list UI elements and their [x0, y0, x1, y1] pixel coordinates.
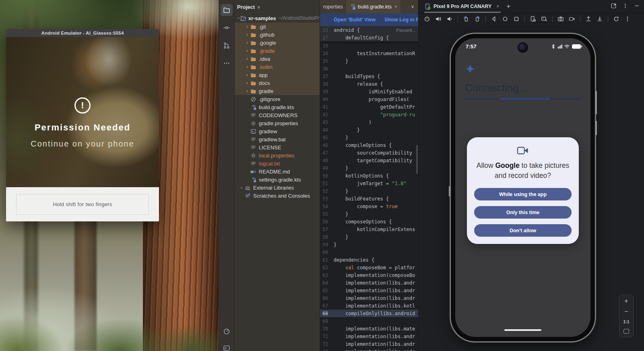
permission-button-while-using-the-app[interactable]: While using the app: [474, 188, 572, 200]
android-emulator-window[interactable]: × − Android Emulator - AI_Glasses:5554 !…: [6, 29, 159, 221]
tree-item--google[interactable]: ›.google: [235, 39, 320, 47]
tree-item--gradle[interactable]: ›.gradle: [235, 47, 320, 55]
chevron-icon[interactable]: ›: [244, 80, 250, 86]
overview-icon[interactable]: [511, 14, 522, 23]
tree-item-app[interactable]: ›app: [235, 71, 320, 79]
tree-item--github[interactable]: ›.github: [235, 31, 320, 39]
tree-item--git[interactable]: ›.git: [235, 23, 320, 31]
fit-to-window-button[interactable]: [623, 329, 629, 334]
more-v-icon[interactable]: [622, 3, 628, 10]
close-icon[interactable]: ×: [394, 4, 397, 10]
minimize-icon[interactable]: [634, 3, 640, 10]
line-number: 45: [320, 135, 334, 140]
editor-area: roperties build.gradle.kts × ∨ Open 'Bui…: [320, 0, 419, 351]
permission-button-don-t-allow[interactable]: Don't allow: [474, 224, 572, 237]
tree-item-root[interactable]: › xr-samples ~/AndroidStudioProje: [235, 14, 320, 23]
folder-icon: [250, 23, 257, 30]
line-number: 64: [320, 280, 334, 286]
text-icon: [250, 136, 257, 142]
chevron-icon[interactable]: ›: [244, 64, 250, 70]
volume-up-icon[interactable]: [433, 14, 444, 23]
screen-record-icon[interactable]: [567, 14, 577, 23]
open-build-view-link[interactable]: Open 'Build' View: [334, 17, 376, 23]
tree-item-label: app: [259, 72, 268, 78]
tree-item-external-libraries[interactable]: ›External Libraries: [235, 184, 320, 192]
tree-item-license[interactable]: LICENSE: [235, 143, 320, 151]
chevron-icon[interactable]: ›: [244, 72, 250, 78]
chevron-icon[interactable]: ›: [244, 48, 250, 54]
rotate-left-icon[interactable]: [461, 14, 471, 23]
commit-icon[interactable]: [221, 22, 233, 34]
tree-item-gradle-properties[interactable]: gradle.properties: [235, 119, 320, 127]
chevron-icon[interactable]: ›: [244, 32, 250, 37]
tree-item-label: settings.gradle.kts: [259, 177, 301, 183]
tree-item-settings-gradle-kts[interactable]: settings.gradle.kts: [235, 176, 320, 184]
tree-item--gitignore[interactable]: .gitignore: [235, 95, 320, 103]
folder-tool-icon[interactable]: [221, 4, 233, 16]
chevron-icon[interactable]: ›: [239, 185, 244, 190]
line-number: 71: [320, 334, 334, 339]
tree-item-codeowners[interactable]: CODEOWNERS: [235, 111, 320, 119]
zoom-out-button[interactable]: −: [624, 309, 628, 314]
zoom-in-button[interactable]: +: [624, 298, 628, 304]
emulator-screen[interactable]: ! Permission Needed Continue on your pho…: [6, 37, 159, 187]
power-icon[interactable]: [422, 14, 432, 23]
close-icon[interactable]: ×: [496, 4, 499, 9]
gemini-sparkle-icon: [465, 64, 475, 74]
open-in-new-icon[interactable]: [611, 3, 617, 10]
back-icon[interactable]: [489, 14, 499, 23]
code-editor[interactable]: 23android {Paused...27 defaultConfig { 3…: [320, 26, 418, 351]
zoom-ratio-button[interactable]: 1:1: [623, 319, 629, 324]
tree-item-gradlew[interactable]: gradlew: [235, 127, 320, 135]
line-number: 59: [320, 242, 334, 248]
permission-button-only-this-time[interactable]: Only this time: [474, 206, 572, 219]
navigation-pill[interactable]: [504, 329, 541, 331]
chevron-icon[interactable]: ›: [244, 24, 250, 29]
editor-scrollbar[interactable]: [416, 145, 418, 174]
chevron-icon[interactable]: ›: [236, 17, 242, 19]
tree-item-scratches-and-consoles[interactable]: Scratches and Consoles: [235, 192, 320, 200]
tab-build-gradle-kts[interactable]: build.gradle.kts ×: [346, 0, 400, 13]
tree-item-local-properties[interactable]: local.properties: [235, 151, 320, 159]
new-device-tab-button[interactable]: +: [506, 2, 510, 10]
props-icon: [250, 120, 257, 126]
tree-item-logcat-txt[interactable]: logcat.txt: [235, 159, 320, 167]
more-h-icon[interactable]: [221, 57, 233, 69]
install-icon[interactable]: [594, 14, 605, 23]
settings-phone-icon[interactable]: [528, 14, 538, 23]
tree-item-gradlew-bat[interactable]: gradlew.bat: [235, 135, 320, 143]
pull-requests-icon[interactable]: [221, 39, 233, 52]
folder-icon: [250, 39, 257, 46]
rotate-right-icon[interactable]: [472, 14, 483, 23]
more-v-icon[interactable]: [622, 14, 633, 23]
bluetooth-icon: [551, 44, 556, 49]
hidden-tabs-chevron[interactable]: ∨: [411, 0, 418, 13]
display-mode-icon[interactable]: [539, 14, 549, 23]
show-log-in-finder-link[interactable]: Show Log in Finder: [384, 17, 418, 23]
code-line-65: 65 implementation(libs.andr: [320, 287, 418, 294]
chevron-icon[interactable]: ›: [244, 56, 250, 62]
profiler-icon[interactable]: [221, 325, 233, 337]
phone-screen[interactable]: 7:57 Connecting... Allow Google to: [455, 38, 590, 337]
screenshot-icon[interactable]: [555, 14, 566, 23]
tree-item-build-gradle-kts[interactable]: build.gradle.kts: [235, 103, 320, 111]
tree-item-readme-md[interactable]: MREADME.md: [235, 167, 320, 176]
emulator-titlebar[interactable]: Android Emulator - AI_Glasses:5554: [6, 29, 159, 37]
tree-item-gradle[interactable]: ›gradle: [235, 87, 320, 95]
toolbar-divider: [524, 16, 525, 22]
volume-down-icon[interactable]: [444, 14, 455, 23]
project-panel-header[interactable]: Project ∨: [235, 0, 320, 14]
tree-item--idea[interactable]: ›.idea: [235, 55, 320, 63]
chevron-icon[interactable]: ›: [244, 88, 250, 94]
chevron-icon[interactable]: ›: [244, 40, 250, 45]
tab-pixel-9-pro[interactable]: Pixel 9 Pro API CANARY ×: [424, 0, 501, 13]
tab-gradle-properties[interactable]: roperties: [320, 0, 346, 13]
tree-item-docs[interactable]: ›docs: [235, 79, 320, 87]
tree-item--kotlin[interactable]: ›.kotlin: [235, 63, 320, 71]
tree-item-label: .git: [259, 24, 266, 30]
terminal-icon[interactable]: [221, 342, 233, 351]
share-icon[interactable]: [583, 14, 594, 23]
home-icon[interactable]: [500, 14, 510, 23]
reset-icon[interactable]: [611, 14, 621, 23]
tree-item-label: External Libraries: [253, 185, 294, 191]
